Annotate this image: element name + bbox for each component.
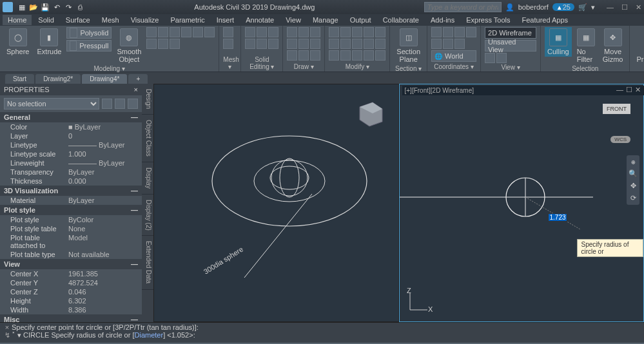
ribbon-tab-insert[interactable]: Insert bbox=[211, 15, 240, 25]
new-icon[interactable]: ▦ bbox=[17, 2, 27, 12]
ribbon-tab-featured apps[interactable]: Featured Apps bbox=[517, 15, 574, 25]
modeling-tools[interactable] bbox=[146, 27, 215, 49]
prop-group[interactable]: General— bbox=[0, 112, 142, 122]
ribbon-tab-mesh[interactable]: Mesh bbox=[97, 15, 124, 25]
ribbon: ◯Sphere ▮Extrude Polysolid Presspull ◍Sm… bbox=[0, 26, 644, 72]
svg-point-3 bbox=[254, 160, 325, 202]
panel-view[interactable]: View ▾ bbox=[485, 63, 536, 71]
panel-mesh[interactable]: Mesh ▾ bbox=[223, 55, 237, 70]
username[interactable]: boberdorf bbox=[518, 3, 549, 11]
save-icon[interactable]: 💾 bbox=[40, 2, 50, 12]
prop-row[interactable]: Linetype———— ByLayer bbox=[0, 140, 142, 149]
doc-tab[interactable]: Start bbox=[5, 74, 34, 84]
prop-row[interactable]: Layer0 bbox=[0, 131, 142, 140]
coord-world[interactable]: 🌐 World bbox=[431, 50, 476, 62]
prop-row[interactable]: Height6.302 bbox=[0, 296, 142, 305]
panel-layers[interactable]: Layers ▾ bbox=[634, 64, 644, 72]
panel-section[interactable]: Section ▾ bbox=[394, 64, 423, 72]
undo-icon[interactable]: ↶ bbox=[52, 2, 62, 12]
maximize-icon[interactable]: ☐ bbox=[621, 3, 628, 12]
visual-style-combo[interactable]: 2D Wireframe bbox=[485, 27, 536, 39]
prop-row[interactable]: MaterialByLayer bbox=[0, 196, 142, 205]
gizmo-button[interactable]: ✥Move Gizmo bbox=[600, 27, 626, 64]
open-icon[interactable]: 📂 bbox=[28, 2, 39, 12]
prop-row[interactable]: Width8.386 bbox=[0, 305, 142, 314]
ribbon-tab-solid[interactable]: Solid bbox=[33, 15, 59, 25]
cmdline-close-icon[interactable]: ×↯ bbox=[3, 323, 12, 342]
ribbon-tab-manage[interactable]: Manage bbox=[307, 15, 344, 25]
viewport-left[interactable]: 300dia sphere bbox=[153, 84, 399, 322]
palette-tab[interactable]: Design bbox=[142, 84, 153, 115]
prop-row[interactable]: Center Z0.046 bbox=[0, 287, 142, 296]
presspull-button[interactable]: Presspull bbox=[66, 40, 112, 52]
doc-tab[interactable]: Drawing2* bbox=[35, 74, 81, 84]
credits-badge[interactable]: ▲25 bbox=[552, 3, 574, 11]
prop-row[interactable]: Plot styleByColor bbox=[0, 215, 142, 224]
quick-select-icon[interactable] bbox=[102, 99, 112, 109]
viewport-right[interactable]: [+][Front][2D Wireframe] —☐✕ FRONT WCS ⎈… bbox=[399, 84, 645, 322]
ribbon-tab-annotate[interactable]: Annotate bbox=[240, 15, 279, 25]
prop-row[interactable]: Linetype scale1.000 bbox=[0, 149, 142, 158]
cart-icon[interactable]: 🛒 bbox=[578, 3, 587, 12]
properties-close-icon[interactable]: × bbox=[134, 86, 138, 93]
section-plane-button[interactable]: ◫Section Plane bbox=[394, 27, 423, 64]
prop-row[interactable]: Plot table typeNot available bbox=[0, 250, 142, 259]
panel-modeling[interactable]: Modeling ▾ bbox=[4, 64, 215, 72]
prop-group[interactable]: View— bbox=[0, 259, 142, 269]
palette-tab[interactable]: Display (2) bbox=[142, 195, 153, 236]
print-icon[interactable]: ⎙ bbox=[75, 2, 85, 12]
prop-row[interactable]: Center X1961.385 bbox=[0, 269, 142, 278]
ribbon-tab-view[interactable]: View bbox=[280, 15, 306, 25]
layer-properties-button[interactable]: ▤Layer Properties bbox=[634, 27, 644, 64]
ribbon-tab-visualize[interactable]: Visualize bbox=[126, 15, 164, 25]
doc-tab[interactable]: Drawing4* bbox=[82, 74, 127, 84]
signin-icon[interactable]: 👤 bbox=[505, 3, 514, 12]
ribbon-tab-express tools[interactable]: Express Tools bbox=[461, 15, 515, 25]
view-combo[interactable]: Unsaved View bbox=[485, 40, 536, 52]
minimize-icon[interactable]: — bbox=[607, 3, 614, 12]
svg-point-6 bbox=[271, 160, 307, 196]
ribbon-tab-add-ins[interactable]: Add-ins bbox=[425, 15, 460, 25]
ribbon-tab-collaborate[interactable]: Collaborate bbox=[378, 15, 424, 25]
palette-tab[interactable]: Object Class bbox=[142, 115, 153, 162]
pick-icon[interactable] bbox=[115, 99, 125, 109]
command-line[interactable]: ×↯ Specify center point for circle or [3… bbox=[0, 322, 644, 343]
panel-solid-editing[interactable]: Solid Editing ▾ bbox=[245, 55, 278, 70]
help-icon[interactable]: ▾ bbox=[591, 3, 595, 12]
ribbon-tab-home[interactable]: Home bbox=[3, 15, 32, 25]
ribbon-tab-parametric[interactable]: Parametric bbox=[165, 15, 210, 25]
help-search-input[interactable] bbox=[424, 2, 502, 12]
dynamic-input[interactable] bbox=[548, 213, 567, 222]
selection-combo[interactable]: No selection bbox=[4, 98, 99, 110]
nofilter-button[interactable]: ▦No Filter bbox=[574, 27, 598, 64]
panel-modify[interactable]: Modify ▾ bbox=[329, 62, 385, 70]
svg-point-2 bbox=[212, 136, 367, 226]
panel-coordinates[interactable]: Coordinates ▾ bbox=[431, 62, 476, 70]
prop-row[interactable]: Color■ ByLayer bbox=[0, 122, 142, 131]
prop-row[interactable]: Plot table attached toModel bbox=[0, 233, 142, 250]
prop-row[interactable]: Plot style tableNone bbox=[0, 224, 142, 233]
close-icon[interactable]: ✕ bbox=[636, 3, 641, 12]
prop-row[interactable]: Center Y4872.524 bbox=[0, 278, 142, 287]
prop-row[interactable]: TransparencyByLayer bbox=[0, 167, 142, 177]
new-doc-tab[interactable]: + bbox=[128, 74, 148, 84]
ribbon-tab-output[interactable]: Output bbox=[345, 15, 376, 25]
extrude-button[interactable]: ▮Extrude bbox=[34, 27, 64, 57]
ribbon-tab-surface[interactable]: Surface bbox=[61, 15, 95, 25]
prop-row[interactable]: Lineweight———— ByLayer bbox=[0, 158, 142, 167]
sphere-button[interactable]: ◯Sphere bbox=[4, 27, 32, 57]
smooth-object-button[interactable]: ◍Smooth Object bbox=[114, 27, 144, 64]
prop-group[interactable]: Misc— bbox=[0, 314, 142, 322]
toggle-icon[interactable] bbox=[128, 99, 138, 109]
quick-access-toolbar: ▦ 📂 💾 ↶ ↷ ⎙ bbox=[17, 2, 85, 12]
palette-tab[interactable]: Extended Data bbox=[142, 236, 153, 289]
app-logo[interactable] bbox=[3, 2, 13, 12]
redo-icon[interactable]: ↷ bbox=[63, 2, 73, 12]
culling-button[interactable]: ▦Culling bbox=[545, 27, 572, 57]
panel-draw[interactable]: Draw ▾ bbox=[287, 62, 320, 70]
polysolid-button[interactable]: Polysolid bbox=[66, 27, 112, 39]
palette-tab[interactable]: Display bbox=[142, 162, 153, 195]
prop-group[interactable]: Plot style— bbox=[0, 205, 142, 215]
prop-row[interactable]: Thickness0.000 bbox=[0, 177, 142, 186]
prop-group[interactable]: 3D Visualization— bbox=[0, 186, 142, 196]
